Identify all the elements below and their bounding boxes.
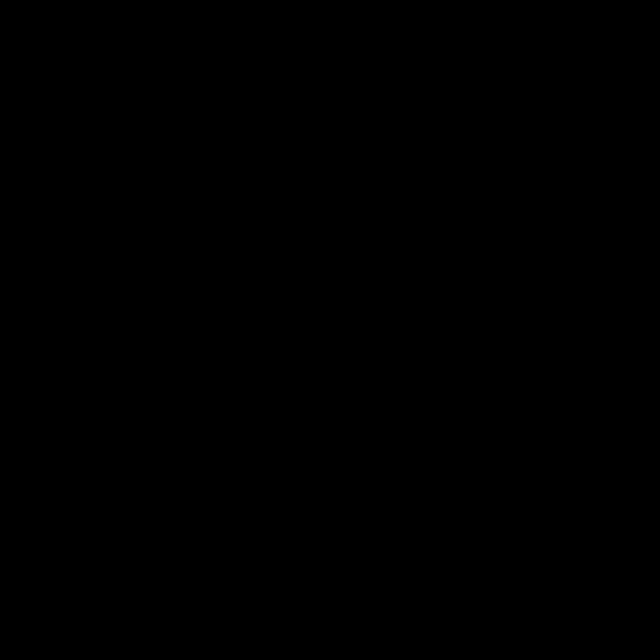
heatmap-canvas bbox=[18, 24, 626, 625]
data-point-marker bbox=[14, 621, 21, 628]
heatmap-plot bbox=[18, 24, 626, 625]
crosshair-vertical bbox=[18, 24, 19, 625]
crosshair-horizontal bbox=[18, 625, 626, 625]
